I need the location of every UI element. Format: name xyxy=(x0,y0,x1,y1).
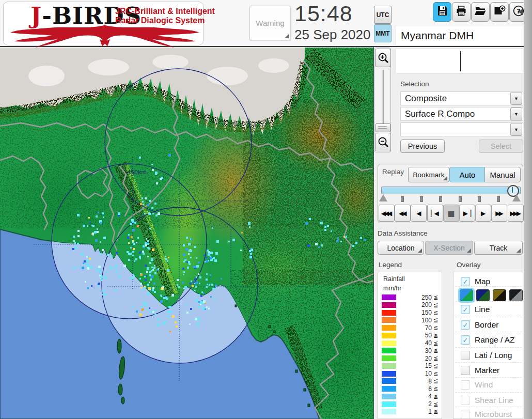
capture-button[interactable] xyxy=(490,2,509,22)
range-az-label: Range / AZ xyxy=(475,335,515,345)
rain-echo xyxy=(133,243,135,245)
jump-start-button[interactable]: ◀◀◀ xyxy=(379,205,395,222)
rain-echo xyxy=(142,197,143,199)
map-style-swatch-1[interactable] xyxy=(460,289,473,301)
combo-product[interactable]: Surface R Compo ▼ xyxy=(400,107,523,121)
range-start-marker[interactable] xyxy=(379,194,387,201)
map-style-swatch-2[interactable] xyxy=(476,289,490,301)
mmt-button[interactable]: MMT xyxy=(374,24,392,42)
rain-echo xyxy=(198,261,200,263)
manual-button[interactable]: Manual xyxy=(484,167,521,182)
rain-echo xyxy=(158,318,160,320)
rain-echo xyxy=(132,305,134,307)
zoom-in-button[interactable] xyxy=(375,49,391,67)
rain-echo xyxy=(151,207,153,209)
jump-end-button[interactable]: ▶▶▶ xyxy=(508,205,524,222)
lati-long-checkbox[interactable] xyxy=(461,351,470,360)
step-forward-button[interactable]: ▶▕ xyxy=(459,205,475,222)
rain-echo xyxy=(210,296,212,298)
range-az-checkbox[interactable]: ✓ xyxy=(461,335,470,345)
border-checkbox[interactable]: ✓ xyxy=(461,320,470,330)
rain-echo xyxy=(206,278,208,281)
track-button[interactable]: Track xyxy=(474,241,523,255)
play-reverse-button[interactable]: ◀ xyxy=(411,205,427,222)
line-checkbox[interactable]: ✓ xyxy=(461,305,470,314)
rain-echo xyxy=(186,261,188,263)
save-button[interactable] xyxy=(433,2,451,22)
capture-icon xyxy=(493,5,506,19)
previous-button[interactable]: Previous xyxy=(400,139,445,153)
rain-echo xyxy=(185,248,188,251)
location-button[interactable]: Location xyxy=(378,241,424,255)
legend-row: 20≦ xyxy=(382,355,440,362)
legend-value: 1 xyxy=(396,408,433,415)
rain-echo xyxy=(135,258,137,260)
range-end-marker[interactable] xyxy=(512,194,521,201)
utc-button[interactable]: UTC xyxy=(374,6,392,24)
rain-echo xyxy=(241,232,243,234)
rain-echo xyxy=(104,276,106,278)
rain-echo xyxy=(147,284,149,286)
rain-echo xyxy=(168,257,169,258)
rain-echo xyxy=(150,278,152,281)
marker-checkbox[interactable] xyxy=(461,366,470,375)
combo-extra[interactable]: ▼ xyxy=(400,122,523,136)
map-checkbox[interactable]: ✓ xyxy=(461,277,470,286)
warning-button[interactable]: Warning xyxy=(249,6,291,40)
rain-echo xyxy=(198,294,200,296)
legend-unit: mm/hr xyxy=(383,285,401,292)
rain-echo xyxy=(188,243,191,245)
auto-button[interactable]: Auto xyxy=(449,167,486,182)
chevron-down-icon[interactable]: ▼ xyxy=(510,107,522,120)
fast-rewind-button[interactable]: ◀◀ xyxy=(395,205,411,222)
print-button[interactable] xyxy=(452,2,471,22)
rain-echo xyxy=(214,298,215,300)
overlay-item-border: ✓Border xyxy=(453,319,523,331)
legend-compare-symbol: ≦ xyxy=(433,302,440,308)
open-button[interactable] xyxy=(471,2,490,22)
overlay-item-wind: Wind xyxy=(453,379,523,391)
collapse-panel-icon[interactable] xyxy=(519,8,523,15)
play-button[interactable]: ▶ xyxy=(475,205,491,222)
print-icon xyxy=(455,5,467,19)
fast-forward-button[interactable]: ▶▶ xyxy=(491,205,507,222)
rain-echo xyxy=(154,314,156,315)
zoom-slider-track[interactable] xyxy=(382,70,384,129)
radar-map-canvas[interactable]: 450km xyxy=(0,48,373,419)
zoom-slider-handle[interactable] xyxy=(375,123,390,132)
rain-echo xyxy=(195,318,197,320)
rain-echo xyxy=(228,241,230,242)
legend-row: 10≦ xyxy=(382,370,440,377)
rain-echo xyxy=(212,227,213,229)
chevron-down-icon[interactable]: ▼ xyxy=(510,123,522,136)
rain-echo xyxy=(183,261,185,262)
timeline-tick xyxy=(497,196,500,202)
overlay-separator xyxy=(456,332,522,332)
radar-map[interactable]: 450km xyxy=(0,48,373,419)
rain-echo xyxy=(337,237,339,239)
rain-echo xyxy=(99,275,101,276)
map-style-swatch-4[interactable] xyxy=(509,289,523,301)
rain-echo xyxy=(206,273,208,275)
stop-button[interactable]: ■ xyxy=(443,205,459,222)
legend-row: 50≦ xyxy=(382,332,440,339)
legend-swatch xyxy=(382,401,396,407)
legend-swatch xyxy=(382,386,396,392)
combo-product-type[interactable]: Composite ▼ xyxy=(400,91,523,105)
rain-echo xyxy=(152,289,154,291)
legend-compare-symbol: ≦ xyxy=(433,340,440,347)
step-forward-icon: ▶▕ xyxy=(463,210,470,217)
rain-echo xyxy=(189,323,191,325)
rain-echo xyxy=(154,272,157,274)
zoom-out-button[interactable] xyxy=(375,133,391,151)
bookmark-button[interactable]: Bookmark xyxy=(408,167,449,182)
legend-swatch xyxy=(382,394,396,399)
step-back-button[interactable]: ▏◀ xyxy=(427,205,443,222)
rain-echo xyxy=(167,269,169,272)
replay-slider-track[interactable] xyxy=(381,187,521,194)
text-entry-box[interactable] xyxy=(396,48,523,74)
map-style-swatch-3[interactable] xyxy=(493,289,506,301)
rain-echo xyxy=(157,323,160,326)
chevron-down-icon[interactable]: ▼ xyxy=(510,92,522,105)
rain-echo xyxy=(169,311,172,313)
